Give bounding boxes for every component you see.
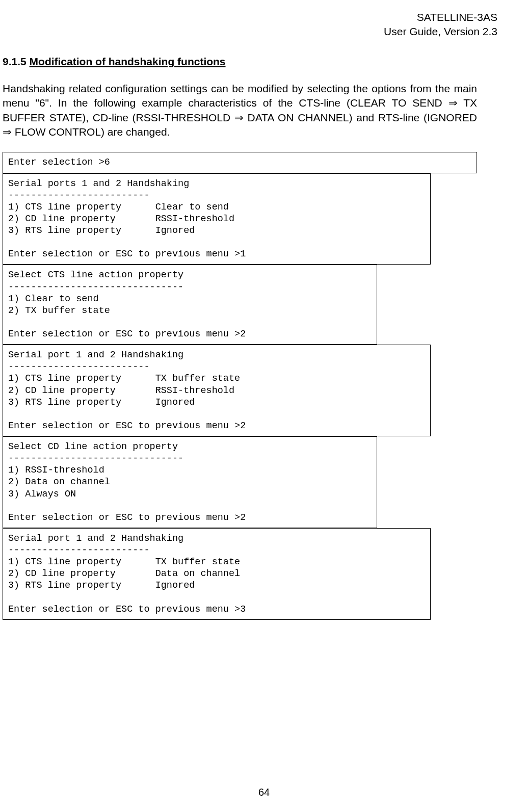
terminal-box-5: Select CD line action property ---------… <box>3 436 377 528</box>
terminal-box-6: Serial port 1 and 2 Handshaking --------… <box>3 528 431 620</box>
terminal-box-1: Enter selection >6 <box>3 152 477 173</box>
section-title: Modification of handshaking functions <box>30 56 226 67</box>
page: SATELLINE-3AS User Guide, Version 2.3 9.… <box>0 0 528 812</box>
terminal-sequence: Enter selection >6 Serial ports 1 and 2 … <box>3 152 477 619</box>
terminal-box-3: Select CTS line action property --------… <box>3 265 377 345</box>
product-name: SATELLINE-3AS <box>3 10 497 24</box>
terminal-box-2: Serial ports 1 and 2 Handshaking -------… <box>3 173 431 265</box>
terminal-box-4: Serial port 1 and 2 Handshaking --------… <box>3 345 431 436</box>
page-number: 64 <box>0 785 528 799</box>
section-number: 9.1.5 <box>3 55 27 69</box>
section-heading: 9.1.5 Modification of handshaking functi… <box>3 55 477 69</box>
intro-paragraph: Handshaking related configuration settin… <box>3 82 477 139</box>
document-header: SATELLINE-3AS User Guide, Version 2.3 <box>3 10 497 39</box>
doc-version: User Guide, Version 2.3 <box>3 24 497 39</box>
